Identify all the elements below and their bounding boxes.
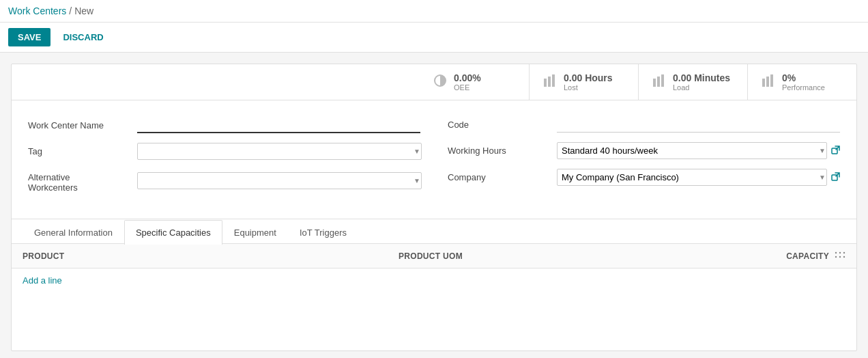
company-row: Company My Company (San Francisco) ▼	[448, 169, 840, 186]
stat-oee-value: 0.00%	[454, 72, 481, 83]
stat-load: 0.00 Minutes Load	[638, 64, 747, 100]
stat-performance: 0% Performance	[747, 64, 856, 100]
company-label: Company	[448, 172, 557, 182]
svg-rect-2	[548, 77, 551, 87]
tab-iot-triggers[interactable]: IoT Triggers	[288, 220, 358, 245]
svg-point-16	[839, 256, 841, 258]
code-input[interactable]	[557, 117, 840, 133]
breadcrumb: Work Centers / New	[0, 0, 868, 23]
toolbar: SAVE DISCARD	[0, 23, 868, 53]
svg-rect-9	[770, 74, 773, 87]
stat-oee-label: OEE	[454, 83, 481, 92]
tab-general-information[interactable]: General Information	[23, 220, 124, 245]
stat-performance-value: 0%	[782, 72, 825, 83]
code-label: Code	[448, 120, 557, 130]
svg-rect-8	[766, 77, 769, 87]
tabs-bar: General Information Specific Capacities …	[12, 219, 856, 243]
stat-lost-value: 0.00 Hours	[564, 72, 613, 83]
tab-equipment[interactable]: Equipment	[222, 220, 288, 245]
column-settings[interactable]	[835, 249, 845, 262]
breadcrumb-link[interactable]: Work Centers	[8, 5, 66, 16]
table-header: Product Product UoM Capacity	[12, 244, 856, 268]
stat-load-value: 0.00 Minutes	[673, 72, 730, 83]
add-line-section: Add a line	[12, 268, 856, 292]
svg-rect-1	[544, 79, 547, 87]
stat-lost-label: Lost	[564, 83, 613, 92]
work-center-name-label: Work Center Name	[28, 120, 137, 130]
bar-chart-load-icon	[652, 74, 666, 90]
stat-load-label: Load	[673, 83, 730, 92]
tag-row: Tag ▼	[28, 143, 420, 160]
work-center-name-row: Work Center Name	[28, 117, 420, 133]
stat-oee: 0.00% OEE	[420, 64, 529, 100]
svg-point-12	[835, 252, 837, 253]
stats-bar: 0.00% OEE 0.00 Hours Lost	[12, 64, 856, 100]
svg-point-13	[839, 252, 841, 253]
work-center-name-input[interactable]	[137, 117, 420, 133]
svg-rect-6	[661, 74, 664, 87]
column-product: Product	[23, 251, 399, 261]
add-line-link[interactable]: Add a line	[23, 275, 62, 286]
company-select[interactable]: My Company (San Francisco)	[557, 169, 827, 186]
svg-rect-4	[653, 79, 656, 87]
column-product-uom: Product UoM	[399, 251, 775, 261]
form-section: Work Center Name Tag ▼ Alternati	[12, 100, 856, 213]
working-hours-external-link[interactable]	[831, 146, 840, 156]
top-bar: Work Centers / New	[0, 0, 868, 23]
table-body: Add a line	[12, 268, 856, 350]
form-right: Code Working Hours Standard 40 hours/wee…	[448, 117, 840, 202]
save-button[interactable]: SAVE	[8, 28, 50, 46]
alternative-workcenters-label: AlternativeWorkcenters	[28, 172, 137, 193]
working-hours-select[interactable]: Standard 40 hours/week	[557, 142, 827, 159]
svg-point-17	[843, 256, 845, 258]
stat-performance-label: Performance	[782, 83, 825, 92]
tag-label: Tag	[28, 146, 137, 156]
tag-select[interactable]	[137, 143, 422, 160]
company-external-link[interactable]	[831, 172, 840, 183]
alternative-workcenters-row: AlternativeWorkcenters ▼	[28, 169, 420, 193]
breadcrumb-separator: /	[69, 5, 72, 16]
form-left: Work Center Name Tag ▼ Alternati	[28, 117, 420, 202]
discard-button[interactable]: DISCARD	[56, 28, 110, 46]
bar-chart-performance-icon	[762, 74, 775, 90]
column-capacity: Capacity	[775, 251, 829, 261]
tab-specific-capacities[interactable]: Specific Capacities	[124, 220, 222, 245]
breadcrumb-current: New	[74, 5, 93, 16]
code-row: Code	[448, 117, 840, 133]
svg-rect-7	[762, 79, 765, 87]
working-hours-row: Working Hours Standard 40 hours/week ▼	[448, 142, 840, 159]
svg-point-14	[843, 252, 845, 253]
stat-lost: 0.00 Hours Lost	[529, 64, 638, 100]
working-hours-label: Working Hours	[448, 146, 557, 156]
svg-point-15	[835, 256, 837, 258]
svg-rect-3	[552, 74, 555, 87]
pie-chart-icon	[433, 74, 447, 91]
bar-chart-lost-icon	[543, 74, 557, 90]
tab-content: Product Product UoM Capacity Add a line	[12, 243, 856, 350]
stats-group: 0.00% OEE 0.00 Hours Lost	[293, 64, 856, 100]
main-card: 0.00% OEE 0.00 Hours Lost	[11, 64, 857, 351]
alternative-workcenters-select[interactable]	[137, 172, 422, 189]
svg-rect-5	[657, 77, 660, 87]
